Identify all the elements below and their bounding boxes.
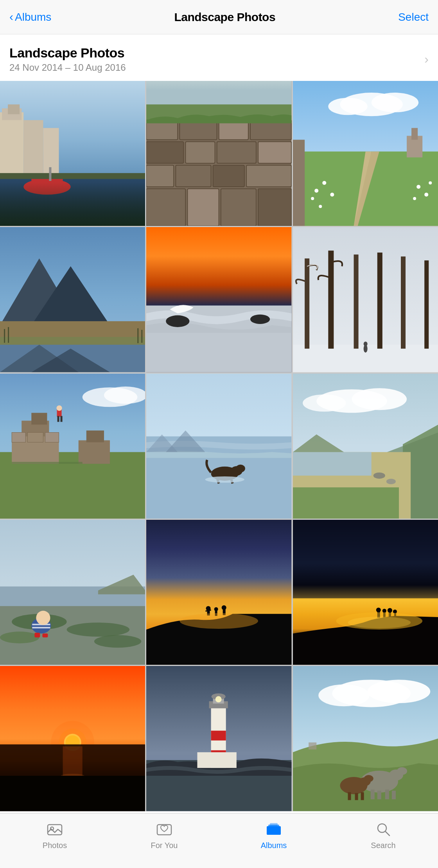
svg-point-42 [330, 193, 334, 197]
album-title: Landscape Photos [9, 45, 126, 61]
photo-cell[interactable] [146, 227, 291, 372]
svg-rect-3 [8, 104, 20, 114]
svg-point-104 [303, 394, 346, 412]
albums-icon [264, 821, 284, 838]
svg-point-123 [36, 611, 50, 625]
photo-cell[interactable] [146, 374, 291, 519]
svg-rect-24 [176, 165, 211, 187]
back-label: Albums [15, 11, 51, 23]
svg-rect-70 [401, 257, 406, 349]
svg-rect-177 [370, 790, 374, 800]
svg-rect-38 [411, 128, 418, 140]
photo-coastal [293, 374, 438, 519]
svg-rect-89 [61, 416, 63, 422]
navigation-bar: ‹ Albums Landscape Photos Select [0, 0, 438, 34]
svg-point-110 [373, 472, 385, 479]
svg-rect-160 [211, 731, 226, 741]
tab-bar: Photos For You Albums S [0, 813, 438, 868]
svg-rect-20 [186, 142, 215, 163]
tab-photos-label: Photos [43, 841, 67, 850]
svg-point-33 [371, 93, 418, 112]
svg-rect-193 [267, 826, 281, 835]
svg-point-63 [250, 315, 270, 324]
tab-photos[interactable]: Photos [0, 821, 110, 850]
search-icon [373, 821, 393, 838]
photo-cell[interactable] [293, 81, 438, 226]
back-button[interactable]: ‹ Albums [9, 11, 51, 23]
chevron-right-icon[interactable]: › [424, 52, 429, 66]
photo-cell[interactable] [293, 227, 438, 372]
svg-rect-109 [293, 487, 399, 519]
svg-rect-36 [293, 140, 305, 226]
svg-rect-122 [32, 627, 50, 628]
svg-rect-192 [270, 823, 278, 826]
svg-rect-184 [348, 793, 351, 800]
photo-lighthouse [146, 666, 291, 811]
svg-point-139 [376, 608, 381, 612]
svg-rect-57 [8, 327, 9, 343]
photo-cell[interactable] [0, 374, 145, 519]
svg-point-95 [236, 465, 245, 472]
svg-point-165 [215, 696, 222, 703]
photo-cell[interactable] [0, 666, 145, 811]
photo-grid [0, 81, 438, 811]
svg-point-87 [57, 405, 62, 411]
svg-rect-22 [258, 142, 291, 163]
photo-cell[interactable] [0, 520, 145, 665]
photo-sunset-sea [146, 227, 291, 372]
svg-rect-81 [12, 432, 25, 442]
svg-rect-84 [79, 440, 110, 464]
svg-rect-6 [0, 175, 145, 226]
svg-rect-156 [0, 776, 145, 811]
main-content: Landscape Photos 24 Nov 2014 – 10 Aug 20… [0, 34, 438, 866]
svg-rect-59 [141, 330, 142, 343]
photos-icon [45, 821, 65, 838]
tab-search[interactable]: Search [328, 821, 438, 850]
svg-point-41 [311, 197, 314, 200]
photo-cell[interactable] [0, 227, 145, 372]
svg-point-135 [180, 613, 258, 629]
svg-rect-83 [45, 432, 59, 442]
svg-rect-179 [385, 790, 389, 800]
svg-rect-186 [361, 793, 364, 800]
svg-rect-9 [31, 179, 63, 189]
svg-rect-25 [213, 165, 244, 187]
svg-point-45 [424, 193, 428, 197]
svg-point-117 [67, 623, 130, 637]
svg-point-43 [319, 205, 322, 208]
svg-point-98 [205, 476, 244, 483]
for-you-icon [154, 821, 174, 838]
svg-rect-108 [293, 452, 372, 475]
svg-rect-171 [309, 743, 316, 750]
nav-title: Landscape Photos [174, 11, 275, 24]
svg-rect-7 [0, 173, 145, 179]
svg-point-169 [367, 680, 430, 703]
photo-cell[interactable] [293, 520, 438, 665]
tab-albums[interactable]: Albums [219, 821, 328, 850]
photo-horses [293, 666, 438, 811]
svg-point-111 [386, 479, 396, 484]
photo-mountain-lake [0, 227, 145, 372]
photo-cell[interactable] [0, 81, 145, 226]
svg-point-44 [416, 185, 420, 189]
svg-point-39 [314, 189, 318, 193]
tab-albums-label: Albums [261, 841, 287, 850]
photo-silhouette-sunset2 [293, 520, 438, 665]
photo-cell[interactable] [146, 666, 291, 811]
photo-cell[interactable] [293, 374, 438, 519]
svg-rect-178 [377, 791, 381, 800]
svg-rect-124 [34, 633, 40, 637]
svg-rect-67 [328, 251, 334, 349]
svg-point-134 [222, 605, 226, 610]
photo-cell[interactable] [146, 520, 291, 665]
photo-path [293, 81, 438, 226]
photo-cell[interactable] [293, 666, 438, 811]
tab-for-you[interactable]: For You [110, 821, 219, 850]
photo-harbor [0, 81, 145, 226]
photo-cell[interactable] [146, 81, 291, 226]
photo-silhouette-sunset [146, 520, 291, 665]
svg-rect-185 [355, 793, 358, 800]
svg-rect-23 [146, 165, 174, 187]
svg-point-132 [214, 607, 218, 611]
select-button[interactable]: Select [398, 11, 429, 23]
